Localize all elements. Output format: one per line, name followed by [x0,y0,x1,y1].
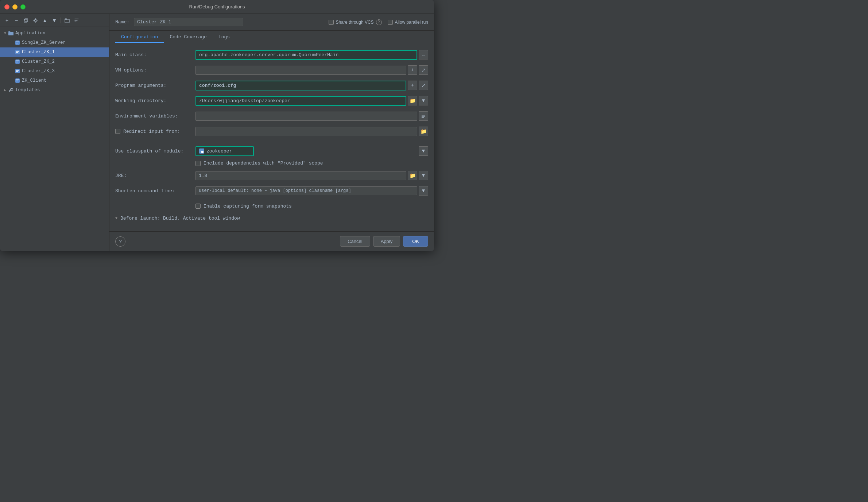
content-area: Name: Share through VCS ? Allow parallel… [109,14,434,251]
classpath-arrow-button[interactable]: ▼ [419,146,428,156]
capture-row: Enable capturing form snapshots [115,200,428,212]
args-fullscreen-button[interactable]: ⤢ [419,81,428,90]
move-up-button[interactable]: ▲ [41,16,49,24]
shorten-arrow-button[interactable]: ▼ [419,186,428,196]
settings-button[interactable] [31,16,39,24]
config-icon [15,59,20,65]
tree-item-label: Templates [15,88,40,93]
close-button[interactable] [4,4,9,9]
redirect-browse-button[interactable]: 📁 [419,127,428,136]
expand-arrow: ▶ [3,88,7,92]
move-down-button[interactable]: ▼ [50,16,58,24]
ok-button[interactable]: OK [403,236,428,247]
tree-item-cluster-zk-1[interactable]: Cluster_ZK_1 [0,47,109,57]
sidebar-tree: ▼ Application Single_ZK_Server [0,27,109,251]
program-args-row: Program arguments: + ⤢ [115,80,428,91]
vm-options-input[interactable] [195,66,406,75]
program-args-field-container: + ⤢ [195,81,428,90]
program-args-label: Program arguments: [115,83,195,88]
tab-configuration[interactable]: Configuration [115,32,164,43]
jre-browse-button[interactable]: 📁 [408,171,417,180]
vm-options-row: VM options: + ⤢ [115,64,428,76]
env-vars-input[interactable] [195,112,417,121]
titlebar: Run/Debug Configurations [0,0,434,14]
env-vars-row: Environment variables: [115,110,428,122]
config-icon [15,40,20,46]
module-icon [199,148,204,154]
shorten-row: Shorten command line: user-local default… [115,185,428,197]
module-name: zookeeper [206,148,232,154]
working-dir-input[interactable] [195,96,406,106]
help-icon[interactable]: ? [376,19,382,25]
tree-item-label: Cluster_ZK_2 [22,59,55,64]
maximize-button[interactable] [20,4,26,9]
capture-checkbox[interactable] [195,204,201,209]
spacer [115,141,428,145]
tree-item-zk-client[interactable]: ZK_Client [0,76,109,85]
redirect-input[interactable] [195,127,417,136]
parallel-run-label: Allow parallel run [395,20,428,25]
parallel-run-box[interactable] [388,20,393,25]
tab-code-coverage[interactable]: Code Coverage [164,32,212,43]
window-controls [4,4,26,9]
include-deps-checkbox[interactable] [195,161,201,166]
copy-config-button[interactable] [22,16,30,24]
sort-button[interactable] [73,16,81,24]
redirect-checkbox[interactable] [115,129,120,134]
apply-button[interactable]: Apply [373,236,400,247]
svg-rect-15 [16,71,18,72]
minimize-button[interactable] [12,4,18,9]
tree-item-application[interactable]: ▼ Application [0,28,109,38]
jre-arrow-button[interactable]: ▼ [419,171,428,180]
module-dropdown[interactable]: zookeeper [195,146,254,156]
tabs-row: Configuration Code Coverage Logs [109,31,434,43]
tree-item-templates[interactable]: ▶ Templates [0,85,109,95]
program-args-input[interactable] [195,81,406,90]
share-vcs-checkbox[interactable]: Share through VCS ? [329,19,382,25]
tree-item-cluster-zk-2[interactable]: Cluster_ZK_2 [0,57,109,66]
working-dir-browse-button[interactable]: 📁 [408,96,417,105]
add-config-button[interactable]: + [3,16,11,24]
sidebar: + − ▲ ▼ ▼ Appl [0,14,109,251]
share-vcs-label: Share through VCS [336,20,374,25]
before-launch-label: Before launch: Build, Activate tool wind… [120,216,240,221]
vm-expand-button[interactable]: + [408,65,417,75]
svg-rect-20 [422,116,425,117]
share-vcs-box[interactable] [329,20,334,25]
main-class-row: Main class: … [115,49,428,61]
tree-item-cluster-zk-3[interactable]: Cluster_ZK_3 [0,66,109,76]
working-dir-row: Working directory: 📁 ▼ [115,95,428,107]
remove-config-button[interactable]: − [12,16,20,24]
config-icon [15,68,20,74]
svg-rect-18 [16,81,18,81]
jre-dropdown[interactable]: 1.8 [195,171,406,180]
main-class-browse-button[interactable]: … [419,50,428,59]
env-vars-field-container [195,111,428,121]
shorten-field-container: user-local default: none – java [options… [195,186,428,196]
svg-point-2 [35,19,36,21]
svg-rect-14 [16,70,19,71]
tree-item-single-zk[interactable]: Single_ZK_Server [0,38,109,47]
jre-label: JRE: [115,173,195,178]
svg-rect-1 [25,19,28,22]
args-expand-button[interactable]: + [408,81,417,90]
sidebar-toolbar: + − ▲ ▼ [0,14,109,27]
main-class-label: Main class: [115,52,195,58]
shorten-dropdown[interactable]: user-local default: none – java [options… [195,186,417,195]
form-content: Main class: … VM options: + ⤢ Program ar… [109,43,434,231]
vm-fullscreen-button[interactable]: ⤢ [419,65,428,75]
tab-logs[interactable]: Logs [213,32,236,43]
shorten-value: user-local default: none – java [options… [199,188,351,193]
jre-field-container: 1.8 📁 ▼ [195,171,428,180]
vm-options-field-container: + ⤢ [195,65,428,75]
help-button[interactable]: ? [115,236,125,247]
working-dir-arrow-button[interactable]: ▼ [419,96,428,105]
env-vars-label: Environment variables: [115,113,195,119]
classpath-row: Use classpath of module: zookeeper ▼ [115,145,428,157]
env-vars-edit-button[interactable] [419,111,428,121]
name-input[interactable] [134,18,243,26]
cancel-button[interactable]: Cancel [340,236,370,247]
main-class-input[interactable] [195,50,417,60]
folder-button[interactable] [63,16,71,24]
parallel-run-checkbox[interactable]: Allow parallel run [388,20,428,25]
